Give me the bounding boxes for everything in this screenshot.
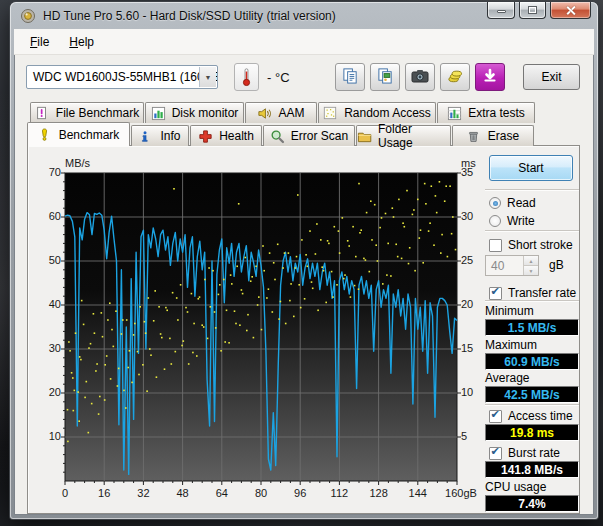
y-left-tick-label: 40 <box>30 298 61 310</box>
write-label: Write <box>507 214 535 228</box>
transfer-rate-label: Transfer rate <box>508 286 576 300</box>
tab-label: Error Scan <box>291 129 348 143</box>
tab-label: AAM <box>278 106 304 120</box>
y-left-tick-label: 60 <box>30 210 61 222</box>
menu-help[interactable]: Help <box>59 31 104 53</box>
tab-erase[interactable]: Erase <box>452 125 534 146</box>
x-axis-tick-label: 96 <box>278 487 322 499</box>
y-left-tick-label: 70 <box>30 166 61 178</box>
erase-icon <box>467 129 482 144</box>
tab-info[interactable]: Info <box>131 125 189 146</box>
tab-label: Info <box>160 129 180 143</box>
screenshot-button[interactable] <box>405 63 435 91</box>
tab-label: Disk monitor <box>172 106 239 120</box>
tab-random-access[interactable]: Random Access <box>318 102 436 123</box>
minimize-button[interactable] <box>487 2 515 19</box>
burst-rate-checkbox[interactable]: Burst rate <box>489 446 560 460</box>
maximize-icon <box>528 6 537 14</box>
tab-health[interactable]: Health <box>190 125 262 146</box>
random-access-icon <box>323 106 338 121</box>
toolbar-buttons <box>335 63 505 91</box>
y-right-tick-label: 15 <box>461 342 495 354</box>
drive-select[interactable]: WDC WD1600JS-55MHB1 (160 gB) ▼ <box>26 65 218 89</box>
camera-icon <box>411 69 429 86</box>
burst-rate-label: Burst rate <box>508 446 560 460</box>
chevron-down-icon: ▼ <box>199 67 216 87</box>
short-stroke-label: Short stroke <box>508 238 573 252</box>
menu-bar: FileHelp <box>14 29 594 55</box>
access-time-label: Access time <box>508 409 573 423</box>
tab-label: Benchmark <box>59 128 120 142</box>
start-button[interactable]: Start <box>489 155 573 181</box>
checkbox-icon <box>489 239 502 252</box>
close-button[interactable] <box>550 2 591 19</box>
disk-monitor-icon <box>151 106 166 121</box>
drive-select-value: WDC WD1600JS-55MHB1 (160 gB) <box>27 70 217 84</box>
tab-disk-monitor[interactable]: Disk monitor <box>145 102 244 123</box>
app-icon <box>20 8 36 24</box>
y-right-tick-label: 25 <box>461 254 495 266</box>
y-left-tick-label: 10 <box>30 430 61 442</box>
x-axis-tick-label: 32 <box>121 487 165 499</box>
transfer-rate-checkbox[interactable]: Transfer rate <box>489 286 576 300</box>
separator <box>485 189 579 191</box>
save-results-button[interactable] <box>475 63 505 91</box>
copy-image-button[interactable] <box>370 63 400 91</box>
tab-label: Folder Usage <box>378 122 450 150</box>
maximize-button[interactable] <box>519 2 546 19</box>
y-right-tick-label: 10 <box>461 386 495 398</box>
copy-icon <box>342 67 359 87</box>
tab-extra-tests[interactable]: Extra tests <box>437 102 535 123</box>
folder-usage-icon <box>357 129 372 144</box>
tab-file-benchmark[interactable]: File Benchmark <box>30 102 144 123</box>
error-scan-icon <box>270 129 285 144</box>
tab-label: Erase <box>488 129 519 143</box>
average-label: Average <box>485 371 529 385</box>
y-right-tick-label: 30 <box>461 210 495 222</box>
radio-icon <box>489 197 501 209</box>
read-radio[interactable]: Read <box>489 196 536 210</box>
benchmark-chart <box>57 172 467 488</box>
exit-button[interactable]: Exit <box>523 64 580 90</box>
y-left-tick-label: 30 <box>30 342 61 354</box>
y-left-axis-label: MB/s <box>65 157 90 169</box>
x-axis-tick-label: 112 <box>317 487 361 499</box>
tab-error-scan[interactable]: Error Scan <box>263 125 355 146</box>
tab-row-secondary: File BenchmarkDisk monitorAAMRandom Acce… <box>30 102 594 123</box>
purchase-button[interactable] <box>440 63 470 91</box>
spin-down-icon[interactable]: ▼ <box>524 266 538 275</box>
spinner-buttons[interactable]: ▲▼ <box>523 256 538 275</box>
tab-label: Random Access <box>344 106 431 120</box>
client-area: FileHelp WDC WD1600JS-55MHB1 (160 gB) ▼ … <box>14 29 594 515</box>
window-controls <box>487 2 591 19</box>
copy-text-button[interactable] <box>335 63 365 91</box>
tab-benchmark[interactable]: Benchmark <box>27 122 130 146</box>
cpu-usage-value: 7.4% <box>485 495 579 512</box>
file-benchmark-icon <box>35 106 50 121</box>
write-radio[interactable]: Write <box>489 214 535 228</box>
x-axis-tick-label: 144 <box>396 487 440 499</box>
info-icon <box>139 129 154 144</box>
coins-icon <box>447 67 464 87</box>
spin-up-icon[interactable]: ▲ <box>524 256 538 266</box>
tab-folder-usage[interactable]: Folder Usage <box>356 125 451 146</box>
benchmark-tab-page: Start Read Write Short stroke 40 ▲▼ gB <box>27 145 580 514</box>
short-stroke-unit-label: gB <box>549 258 564 272</box>
minimum-value: 1.5 MB/s <box>485 319 579 336</box>
short-stroke-checkbox[interactable]: Short stroke <box>489 238 573 252</box>
tab-row-primary: BenchmarkInfoHealthError ScanFolder Usag… <box>27 123 594 146</box>
titlebar[interactable]: HD Tune Pro 5.60 - Hard Disk/SSD Utility… <box>10 2 598 29</box>
tab-label: Health <box>219 129 254 143</box>
maximum-value: 60.9 MB/s <box>485 353 579 370</box>
burst-rate-value: 141.8 MB/s <box>485 461 579 478</box>
menu-file[interactable]: File <box>20 31 59 53</box>
tab-aam[interactable]: AAM <box>245 102 317 123</box>
checkbox-icon <box>489 410 502 423</box>
temperature-button[interactable] <box>234 63 259 91</box>
x-axis-tick-label: 80 <box>239 487 283 499</box>
access-time-checkbox[interactable]: Access time <box>489 409 573 423</box>
x-axis-tick-label: 0 <box>43 487 87 499</box>
y-left-tick-label: 20 <box>30 386 61 398</box>
temperature-value: - °C <box>267 70 290 85</box>
x-axis-tick-label: 160gB <box>439 487 483 499</box>
